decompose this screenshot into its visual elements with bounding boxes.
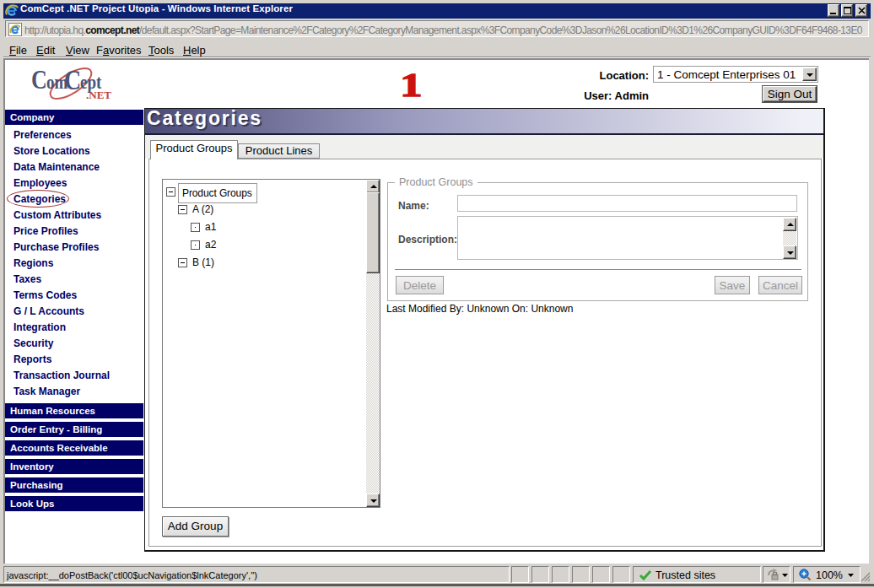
svg-text:.NET: .NET [86,89,111,101]
svg-text:C: C [64,65,81,96]
svg-text:C: C [31,66,47,94]
